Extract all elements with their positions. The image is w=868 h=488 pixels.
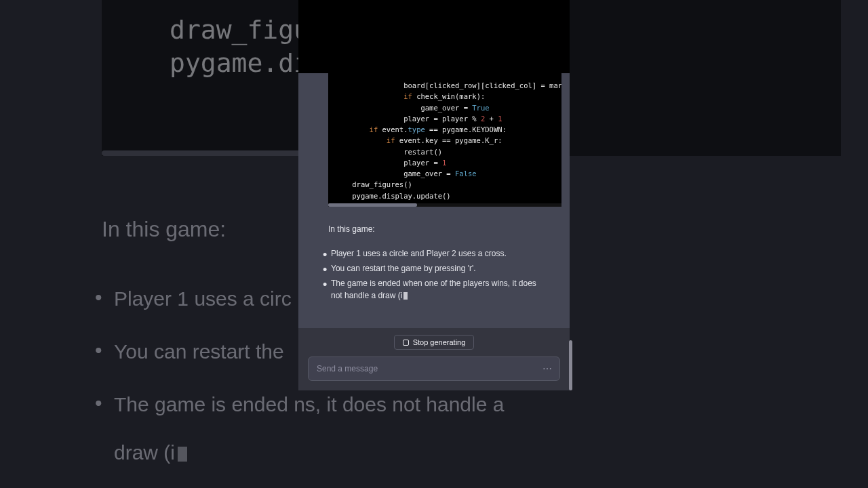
message-input-wrap[interactable]: ⋯ [308, 357, 560, 381]
streaming-cursor [403, 292, 408, 300]
explanation-list: Player 1 uses a circle and Player 2 uses… [328, 247, 549, 302]
stop-generating-button[interactable]: Stop generating [394, 335, 475, 350]
panel-top-spacer [298, 0, 570, 73]
code-line: game_over = True [335, 102, 555, 113]
more-icon[interactable]: ⋯ [542, 363, 553, 374]
page-scrollbar[interactable] [569, 340, 572, 390]
explanation-heading: In this game: [328, 223, 549, 235]
code-line: game_over = False [335, 168, 555, 179]
code-line: board[clicked_row][clicked_col] = mark [335, 80, 555, 91]
list-item: You can restart the game by pressing 'r'… [331, 262, 549, 274]
code-line: if event.key == pygame.K_r: [335, 135, 555, 146]
code-line: if event.type == pygame.KEYDOWN: [335, 124, 555, 135]
code-line: player = player % 2 + 1 [335, 113, 555, 124]
code-line: draw_figures() [335, 179, 555, 190]
list-item: The game is ended when one of the player… [331, 277, 549, 302]
stop-label: Stop generating [413, 338, 466, 346]
code-line: pygame.display.update() [335, 190, 555, 201]
bg-bullet: The game is ended ns, it does not handle… [114, 388, 841, 421]
bg-cursor [178, 447, 187, 462]
input-bar: Stop generating ⋯ [298, 328, 570, 390]
message-input[interactable] [317, 364, 532, 373]
code-line: player = 1 [335, 157, 555, 168]
code-block: board[clicked_row][clicked_col] = mark i… [328, 73, 561, 207]
assistant-message: board[clicked_row][clicked_col] = mark i… [298, 73, 570, 390]
explanation-section: In this game: Player 1 uses a circle and… [298, 207, 570, 302]
code-scrollbar-thumb[interactable] [328, 203, 417, 207]
list-item: Player 1 uses a circle and Player 2 uses… [331, 247, 549, 260]
stop-icon [403, 340, 409, 346]
chat-panel: board[clicked_row][clicked_col] = mark i… [298, 0, 570, 390]
code-line: restart() [335, 146, 555, 157]
code-line: if check_win(mark): [335, 91, 555, 102]
